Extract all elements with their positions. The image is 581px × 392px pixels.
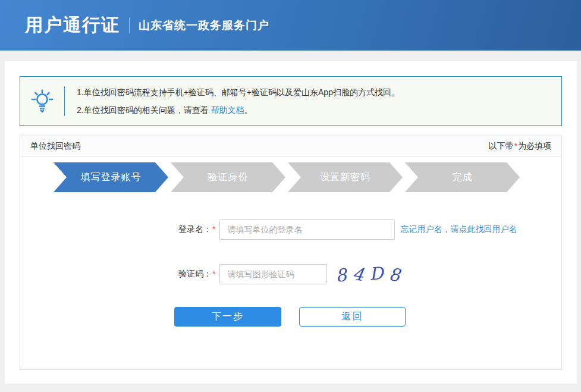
app-title: 用户通行证 — [25, 13, 120, 37]
tips-text: 1.单位找回密码流程支持手机+验证码、邮箱号+验证码以及爱山东App扫脸的方式找… — [77, 83, 400, 119]
captcha-char: 8 — [335, 265, 348, 286]
captcha-char: 8 — [388, 264, 401, 286]
portal-subtitle: 山东省统一政务服务门户 — [139, 18, 269, 33]
required-note-prefix: 以下带 — [489, 141, 514, 150]
captcha-input[interactable] — [219, 264, 327, 284]
tips-divider — [64, 86, 65, 116]
help-doc-link[interactable]: 帮助文档 — [211, 105, 244, 115]
next-step-button[interactable]: 下一步 — [174, 307, 281, 327]
panel-title: 单位找回密码 — [30, 141, 80, 152]
header-banner: 用户通行证 山东省统一政务服务门户 — [0, 0, 581, 51]
login-name-row: 登录名：* 忘记用户名，请点此找回用户名 — [20, 219, 561, 240]
login-name-label: 登录名：* — [178, 224, 216, 235]
title-divider — [129, 18, 130, 33]
step-verify-identity: 验证身份 — [171, 162, 285, 192]
tips-line-2-prefix: 2.单位找回密码的相关问题，请查看 — [77, 105, 211, 115]
login-name-label-text: 登录名： — [178, 224, 212, 234]
captcha-char: 4 — [351, 264, 365, 285]
tips-box: 1.单位找回密码流程支持手机+验证码、邮箱号+验证码以及爱山东App扫脸的方式找… — [20, 76, 562, 126]
step-fill-account: 填写登录账号 — [54, 162, 168, 192]
back-button[interactable]: 返回 — [299, 307, 406, 327]
captcha-char: D — [369, 263, 384, 284]
button-row: 下一步 返回 — [20, 307, 561, 327]
captcha-image[interactable]: 8 4 D 8 — [335, 264, 400, 284]
content-sheet: 1.单位找回密码流程支持手机+验证码、邮箱号+验证码以及爱山东App扫脸的方式找… — [5, 61, 577, 384]
required-star: * — [514, 141, 517, 150]
login-name-input[interactable] — [219, 219, 395, 240]
step-complete: 完成 — [405, 162, 520, 192]
captcha-required-star: * — [212, 269, 215, 278]
required-note: 以下带*为必填项 — [489, 141, 551, 152]
captcha-row: 验证码：* 8 4 D 8 — [20, 264, 561, 284]
step-set-new-password: 设置新密码 — [288, 162, 403, 192]
required-note-suffix: 为必填项 — [518, 141, 551, 150]
captcha-label-text: 验证码： — [178, 269, 212, 278]
tips-line-2-suffix: 。 — [244, 105, 253, 115]
lightbulb-icon — [20, 89, 64, 114]
step-wizard: 填写登录账号 验证身份 设置新密码 完成 — [54, 162, 561, 192]
forgot-username-link[interactable]: 忘记用户名，请点此找回用户名 — [400, 224, 517, 235]
login-required-star: * — [212, 224, 215, 234]
panel-header: 单位找回密码 以下带*为必填项 — [20, 136, 561, 157]
captcha-label: 验证码：* — [178, 269, 216, 280]
tips-line-1: 1.单位找回密码流程支持手机+验证码、邮箱号+验证码以及爱山东App扫脸的方式找… — [77, 83, 400, 101]
password-recovery-panel: 单位找回密码 以下带*为必填项 填写登录账号 验证身份 设置新密码 完成 登录名… — [20, 136, 562, 370]
tips-line-2: 2.单位找回密码的相关问题，请查看 帮助文档。 — [77, 101, 400, 119]
